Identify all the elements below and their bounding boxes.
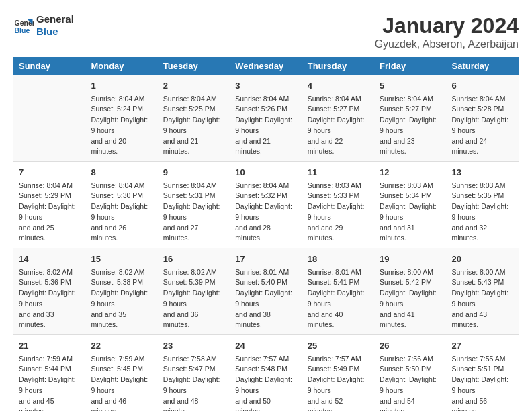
daylight-text-line1: Daylight: Daylight: 9 hours [91,375,152,396]
calendar-week-row: 1Sunrise: 8:04 AMSunset: 5:24 PMDaylight… [13,75,519,162]
calendar-cell: 15Sunrise: 8:02 AMSunset: 5:38 PMDayligh… [85,248,157,335]
sunrise-text: Sunrise: 8:04 AM [308,94,369,105]
calendar-cell: 14Sunrise: 8:02 AMSunset: 5:36 PMDayligh… [13,248,85,335]
daylight-text-line2: and and 28 minutes. [235,223,296,244]
daylight-text-line1: Daylight: Daylight: 9 hours [452,201,513,223]
day-info: Sunrise: 8:04 AMSunset: 5:24 PMDaylight:… [91,94,152,158]
day-info: Sunrise: 8:04 AMSunset: 5:27 PMDaylight:… [308,94,369,158]
daylight-text-line2: and and 56 minutes. [452,396,513,412]
daylight-text-line1: Daylight: Daylight: 9 hours [452,288,513,310]
daylight-text-line2: and and 25 minutes. [19,223,80,244]
day-number: 24 [235,339,296,353]
weekday-header-friday: Friday [374,57,446,75]
sunrise-text: Sunrise: 8:04 AM [91,94,152,105]
daylight-text-line2: and and 54 minutes. [380,396,441,412]
header: General Blue General Blue January 2024 G… [13,13,519,50]
logo-text-line2: Blue [36,26,74,38]
daylight-text-line2: and and 46 minutes. [91,396,152,412]
day-number: 12 [380,166,441,179]
sunset-text: Sunset: 5:42 PM [380,277,441,288]
day-info: Sunrise: 8:04 AMSunset: 5:32 PMDaylight:… [235,181,296,244]
calendar-cell: 11Sunrise: 8:03 AMSunset: 5:33 PMDayligh… [302,162,374,248]
daylight-text-line1: Daylight: Daylight: 9 hours [380,201,441,223]
day-info: Sunrise: 8:03 AMSunset: 5:34 PMDaylight:… [380,181,441,244]
sunrise-text: Sunrise: 7:56 AM [380,354,441,365]
calendar-cell: 22Sunrise: 7:59 AMSunset: 5:45 PMDayligh… [85,335,157,412]
weekday-header-tuesday: Tuesday [158,57,230,75]
daylight-text-line2: and and 45 minutes. [19,396,80,412]
sunset-text: Sunset: 5:31 PM [163,191,224,201]
sunset-text: Sunset: 5:47 PM [163,364,224,375]
daylight-text-line1: Daylight: Daylight: 9 hours [163,201,224,223]
weekday-header-wednesday: Wednesday [230,57,302,75]
calendar-cell: 26Sunrise: 7:56 AMSunset: 5:50 PMDayligh… [374,335,446,412]
daylight-text-line2: and and 32 minutes. [452,223,513,244]
sunrise-text: Sunrise: 8:00 AM [380,267,441,278]
day-number: 18 [308,253,369,266]
sunrise-text: Sunrise: 8:00 AM [452,267,513,278]
day-number: 6 [452,79,513,93]
weekday-header-sunday: Sunday [13,57,85,75]
day-info: Sunrise: 8:00 AMSunset: 5:42 PMDaylight:… [380,267,441,331]
sunset-text: Sunset: 5:45 PM [91,364,152,375]
daylight-text-line2: and and 24 minutes. [452,136,513,158]
day-number: 13 [452,166,513,179]
calendar-week-row: 7Sunrise: 8:04 AMSunset: 5:29 PMDaylight… [13,162,519,248]
calendar-week-row: 21Sunrise: 7:59 AMSunset: 5:44 PMDayligh… [13,335,519,412]
sunset-text: Sunset: 5:27 PM [308,104,369,115]
day-number: 3 [235,79,296,93]
daylight-text-line1: Daylight: Daylight: 9 hours [452,115,513,136]
page-subtitle: Gyuzdek, Abseron, Azerbaijan [375,38,519,50]
sunrise-text: Sunrise: 8:04 AM [19,181,80,191]
day-number: 5 [380,79,441,93]
day-info: Sunrise: 8:02 AMSunset: 5:36 PMDaylight:… [19,267,80,331]
logo-icon: General Blue [13,15,34,36]
day-number: 25 [308,339,369,353]
calendar-cell: 27Sunrise: 7:55 AMSunset: 5:51 PMDayligh… [447,335,519,412]
sunset-text: Sunset: 5:24 PM [91,104,152,115]
daylight-text-line1: Daylight: Daylight: 9 hours [163,288,224,310]
sunset-text: Sunset: 5:38 PM [91,277,152,288]
day-number: 16 [163,253,224,266]
calendar-cell: 20Sunrise: 8:00 AMSunset: 5:43 PMDayligh… [447,248,519,335]
day-info: Sunrise: 8:02 AMSunset: 5:38 PMDaylight:… [91,267,152,331]
sunset-text: Sunset: 5:32 PM [235,191,296,201]
daylight-text-line1: Daylight: Daylight: 9 hours [163,115,224,136]
day-number: 26 [380,339,441,353]
sunset-text: Sunset: 5:33 PM [308,191,369,201]
day-info: Sunrise: 8:02 AMSunset: 5:39 PMDaylight:… [163,267,224,331]
daylight-text-line2: and and 22 minutes. [308,136,369,158]
daylight-text-line1: Daylight: Daylight: 9 hours [308,201,369,223]
sunset-text: Sunset: 5:30 PM [91,191,152,201]
sunrise-text: Sunrise: 8:02 AM [91,267,152,278]
daylight-text-line2: and and 27 minutes. [163,223,224,244]
calendar-cell [13,75,85,162]
day-info: Sunrise: 7:59 AMSunset: 5:45 PMDaylight:… [91,354,152,412]
calendar-cell: 2Sunrise: 8:04 AMSunset: 5:25 PMDaylight… [158,75,230,162]
calendar-cell: 23Sunrise: 7:58 AMSunset: 5:47 PMDayligh… [158,335,230,412]
daylight-text-line2: and and 36 minutes. [163,310,224,331]
daylight-text-line2: and and 33 minutes. [19,310,80,331]
day-number: 10 [235,166,296,179]
daylight-text-line2: and and 23 minutes. [380,136,441,158]
day-number: 11 [308,166,369,179]
sunrise-text: Sunrise: 8:03 AM [308,181,369,191]
calendar-cell: 10Sunrise: 8:04 AMSunset: 5:32 PMDayligh… [230,162,302,248]
day-number: 15 [91,253,152,266]
weekday-header-monday: Monday [85,57,157,75]
daylight-text-line2: and and 40 minutes. [308,310,369,331]
day-info: Sunrise: 8:04 AMSunset: 5:28 PMDaylight:… [452,94,513,158]
sunset-text: Sunset: 5:36 PM [19,277,80,288]
day-number: 4 [308,79,369,93]
daylight-text-line2: and and 50 minutes. [235,396,296,412]
sunset-text: Sunset: 5:34 PM [380,191,441,201]
day-info: Sunrise: 7:57 AMSunset: 5:49 PMDaylight:… [308,354,369,412]
daylight-text-line1: Daylight: Daylight: 9 hours [308,375,369,396]
day-info: Sunrise: 8:01 AMSunset: 5:40 PMDaylight:… [235,267,296,331]
day-info: Sunrise: 8:04 AMSunset: 5:29 PMDaylight:… [19,181,80,244]
sunset-text: Sunset: 5:50 PM [380,364,441,375]
daylight-text-line2: and and 29 minutes. [308,223,369,244]
daylight-text-line1: Daylight: Daylight: 9 hours [235,115,296,136]
daylight-text-line1: Daylight: Daylight: 9 hours [452,375,513,396]
sunrise-text: Sunrise: 8:03 AM [380,181,441,191]
